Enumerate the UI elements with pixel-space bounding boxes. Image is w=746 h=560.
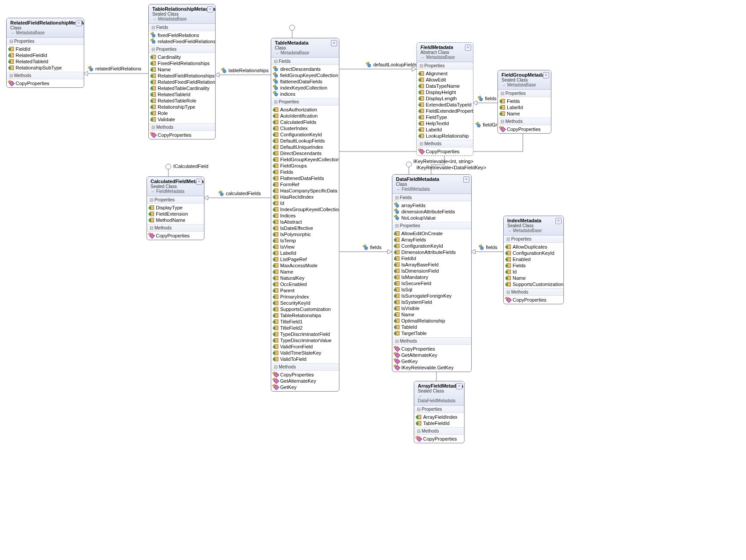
member-prop[interactable]: AosAuthorization [271, 106, 339, 113]
member-prop[interactable]: DataTypeName [417, 83, 473, 89]
member-prop[interactable]: Name [271, 269, 339, 275]
member-prop[interactable]: Enabled [504, 256, 563, 262]
collapse-icon[interactable]: « [196, 179, 202, 185]
member-prop[interactable]: Fields [271, 169, 339, 175]
member-prop[interactable]: LabelId [271, 250, 339, 256]
member-prop[interactable]: CalculatedFields [271, 119, 339, 125]
member-prop[interactable]: TableFieldId [414, 420, 464, 426]
section-header[interactable]: Properties [504, 235, 563, 243]
member-prop[interactable]: OccEnabled [271, 281, 339, 287]
member-method[interactable]: CopyProperties [147, 233, 204, 239]
member-prop[interactable]: FieldExtendedProperty [417, 108, 473, 114]
member-method[interactable]: GetKey [271, 384, 339, 390]
member-prop[interactable]: Validate [149, 116, 215, 123]
section-header[interactable]: Methods [498, 118, 551, 125]
member-prop[interactable]: DirectDescendants [271, 150, 339, 156]
member-prop[interactable]: IsSurrogateForeignKey [392, 293, 471, 299]
member-prop[interactable]: RelatedFieldId [7, 52, 84, 58]
class-header[interactable]: RelatedFieldRelationshipMetadataClassMet… [7, 18, 84, 37]
member-method[interactable]: GetAlternateKey [271, 378, 339, 384]
member-prop[interactable]: AllowEditOnCreate [392, 230, 471, 237]
member-prop[interactable]: RelationshipType [149, 104, 215, 110]
collapse-icon[interactable]: « [207, 6, 213, 12]
member-method[interactable]: CopyProperties [414, 436, 464, 442]
member-prop[interactable]: ValidToField [271, 356, 339, 362]
member-prop[interactable]: DefaultLookupFields [271, 138, 339, 144]
member-prop[interactable]: Alignment [417, 70, 473, 77]
member-prop[interactable]: Fields [498, 98, 551, 104]
member-field[interactable]: indices [271, 91, 339, 97]
member-field[interactable]: flattenedDataFields [271, 78, 339, 85]
collapse-icon[interactable]: « [463, 176, 469, 183]
section-header[interactable]: Fields [392, 194, 471, 201]
member-prop[interactable]: ConfigurationKeyId [392, 243, 471, 249]
member-prop[interactable]: ValidFromField [271, 343, 339, 350]
member-prop[interactable]: TitleField2 [271, 325, 339, 331]
member-prop[interactable]: HasRecIdIndex [271, 194, 339, 200]
member-prop[interactable]: ClusterIndex [271, 125, 339, 131]
member-prop[interactable]: DisplayLength [417, 95, 473, 102]
member-prop[interactable]: FieldGroupKeyedCollection [271, 156, 339, 163]
section-header[interactable]: Methods [147, 224, 204, 232]
member-prop[interactable]: OptimalRelationship [392, 318, 471, 324]
member-prop[interactable]: RelatedTableId [7, 58, 84, 65]
member-prop[interactable]: Name [392, 311, 471, 318]
section-header[interactable]: Properties [498, 90, 551, 97]
member-method[interactable]: CopyProperties [504, 297, 563, 303]
member-prop[interactable]: Id [271, 200, 339, 206]
member-field[interactable]: indexKeyedCollection [271, 85, 339, 91]
class-field-group-metadata[interactable]: FieldGroupMetadataSealed ClassMetadataBa… [497, 70, 551, 134]
member-method[interactable]: CopyProperties [271, 372, 339, 378]
member-method[interactable]: IKeyRetrievable.GetKey [392, 364, 471, 371]
member-prop[interactable]: RelatedFieldRelationships [149, 73, 215, 79]
member-prop[interactable]: IsSecureField [392, 280, 471, 286]
section-header[interactable]: Methods [504, 288, 563, 296]
member-prop[interactable]: RelationshipSubType [7, 65, 84, 71]
member-prop[interactable]: SecurityKeyId [271, 300, 339, 306]
member-prop[interactable]: Parent [271, 287, 339, 294]
member-prop[interactable]: IsTemp [271, 237, 339, 244]
section-header[interactable]: Methods [417, 140, 473, 147]
section-header[interactable]: Methods [7, 72, 84, 79]
member-prop[interactable]: TargetTable [392, 330, 471, 336]
member-prop[interactable]: DimensionAttributeFields [392, 249, 471, 255]
member-method[interactable]: GetKey [392, 358, 471, 364]
collapse-icon[interactable]: « [331, 40, 337, 46]
member-prop[interactable]: RelatedFixedFieldRelationships [149, 79, 215, 85]
member-prop[interactable]: NaturalKey [271, 275, 339, 281]
section-header[interactable]: Properties [271, 98, 339, 106]
member-prop[interactable]: IsSql [392, 286, 471, 293]
member-field[interactable]: directDescendants [271, 66, 339, 72]
member-field[interactable]: arrayFields [392, 202, 471, 208]
member-prop[interactable]: ExtendedDataTypeId [417, 102, 473, 108]
member-prop[interactable]: HasCompanySpecificData [271, 188, 339, 194]
member-prop[interactable]: FlattenedDataFields [271, 175, 339, 181]
member-prop[interactable]: ValidTimeStateKey [271, 350, 339, 356]
member-field[interactable]: dimensionAttributeFields [392, 208, 471, 215]
member-prop[interactable]: TableId [392, 324, 471, 330]
section-header[interactable]: Properties [392, 222, 471, 229]
section-header[interactable]: Properties [147, 196, 204, 204]
class-header[interactable]: TableRelationshipMetadataSealed ClassMet… [149, 4, 215, 24]
member-prop[interactable]: ArrayFields [392, 237, 471, 243]
member-prop[interactable]: FieldGroups [271, 163, 339, 169]
section-header[interactable]: Methods [414, 427, 464, 435]
member-prop[interactable]: FieldType [417, 114, 473, 120]
section-header[interactable]: Fields [149, 24, 215, 31]
member-prop[interactable]: Name [498, 110, 551, 117]
member-prop[interactable]: FixedFieldRelationships [149, 60, 215, 66]
member-prop[interactable]: AllowDuplicates [504, 244, 563, 250]
member-method[interactable]: CopyProperties [7, 80, 84, 86]
member-method[interactable]: CopyProperties [392, 346, 471, 352]
member-prop[interactable]: FieldExtension [147, 211, 204, 217]
member-prop[interactable]: Name [149, 66, 215, 73]
class-table-metadata[interactable]: TableMetadataClassMetadataBase«Fieldsdir… [271, 38, 339, 392]
member-prop[interactable]: Cardinality [149, 54, 215, 60]
member-prop[interactable]: IsMandatory [392, 274, 471, 280]
member-prop[interactable]: IsDimensionField [392, 268, 471, 274]
class-header[interactable]: FieldGroupMetadataSealed ClassMetadataBa… [498, 70, 551, 90]
member-prop[interactable]: TableRelationships [271, 312, 339, 319]
member-method[interactable]: CopyProperties [149, 132, 215, 138]
member-prop[interactable]: IsDateEffective [271, 225, 339, 231]
class-calculated-field-metadata[interactable]: CalculatedFieldMetadataSealed ClassField… [147, 176, 204, 240]
